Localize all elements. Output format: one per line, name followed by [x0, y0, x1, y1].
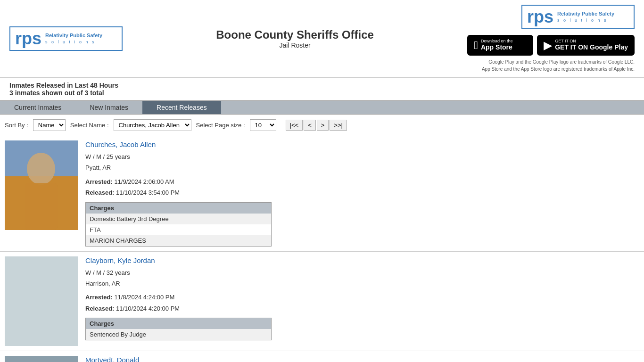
charge-cell: FTA: [86, 224, 272, 235]
google-play-label: GET IT ON Google Play: [555, 43, 628, 51]
charge-row: MARION CHARGES: [86, 235, 272, 247]
inmate-row: Clayborn, Kyle JordanW / M / 32 yearsHar…: [0, 252, 644, 351]
inmate-name: Clayborn, Kyle Jordan: [85, 256, 639, 264]
app-note-line2: App Store and the App Store logo are reg…: [482, 66, 635, 73]
controls-bar: Sort By : Name Select Name : Churches, J…: [0, 115, 644, 136]
logo-text-left: Relativity Public Safety s o l u t i o n…: [45, 32, 102, 45]
sort-by-label: Sort By :: [5, 122, 28, 129]
header-logo-left: rps Relativity Public Safety s o l u t i…: [9, 26, 123, 51]
logo-solutions-right: s o l u t i o n s: [557, 17, 614, 24]
page-size-select[interactable]: 10 25 50 100: [250, 119, 276, 131]
select-name-label: Select Name :: [70, 122, 109, 129]
charges-table: ChargesDomestic Battery 3rd DegreeFTAMAR…: [85, 202, 272, 247]
app-note-line1: Google Play and the Google Play logo are…: [482, 58, 635, 66]
inmate-details: W / M / 32 yearsHarrison, AR: [85, 267, 639, 289]
svg-point-1: [27, 153, 55, 185]
app-store-text: Download on the App Store: [481, 39, 513, 51]
page-subtitle: Jail Roster: [216, 41, 374, 49]
app-note: Google Play and the Google Play logo are…: [482, 58, 635, 73]
select-name-dropdown[interactable]: Churches, Jacob Allen Clayborn, Kyle Jor…: [114, 119, 191, 131]
inmate-dates: Arrested: 11/8/2024 4:24:00 PMReleased: …: [85, 292, 639, 314]
inmate-name: Mortvedt, Donald: [85, 356, 639, 362]
charges-table: ChargesSentenced By Judge: [85, 318, 272, 340]
charge-row: Sentenced By Judge: [86, 329, 272, 340]
google-play-button[interactable]: ▶ GET IT ON GET IT ON Google Play: [537, 35, 635, 56]
logo-rps-right: rps: [527, 8, 553, 25]
inmate-info: Mortvedt, DonaldW / M / 42 yearsMarshall…: [85, 356, 639, 362]
logo-line1-left: Relativity Public Safety: [45, 32, 102, 39]
google-play-text: GET IT ON GET IT ON Google Play: [555, 39, 628, 51]
svg-rect-2: [25, 183, 58, 230]
page-title: Boone County Sheriffs Office: [216, 28, 374, 41]
sort-by-select[interactable]: Name: [33, 119, 66, 131]
app-store-button[interactable]:  Download on the App Store: [467, 35, 533, 56]
svg-rect-3: [5, 356, 78, 362]
info-bar: Inmates Released in Last 48 Hours 3 inma…: [0, 78, 644, 100]
inmate-photo: [5, 356, 78, 362]
app-store-label: App Store: [481, 43, 513, 51]
nav-prev-button[interactable]: <: [304, 120, 316, 131]
page-header: rps Relativity Public Safety s o l u t i…: [0, 0, 644, 78]
nav-next-button[interactable]: >: [317, 120, 329, 131]
logo-box-right: rps Relativity Public Safety s o l u t i…: [521, 5, 635, 29]
inmate-name: Churches, Jacob Allen: [85, 140, 639, 148]
google-get-it-label: GET IT ON: [555, 39, 628, 43]
logo-rps-left: rps: [15, 30, 41, 47]
tabs-bar: Current Inmates New Inmates Recent Relea…: [0, 100, 644, 115]
inmate-photo: [5, 140, 78, 230]
charges-header-cell: Charges: [86, 318, 272, 329]
tab-new-inmates[interactable]: New Inmates: [75, 101, 142, 114]
logo-text-right: Relativity Public Safety s o l u t i o n…: [557, 10, 614, 24]
charge-cell: Sentenced By Judge: [86, 329, 272, 340]
logo-box-left: rps Relativity Public Safety s o l u t i…: [9, 26, 123, 51]
google-play-icon: ▶: [544, 39, 552, 52]
inmate-info: Clayborn, Kyle JordanW / M / 32 yearsHar…: [85, 256, 639, 341]
inmate-details: W / M / 25 yearsPyatt, AR: [85, 151, 639, 173]
logo-line1-right: Relativity Public Safety: [557, 10, 614, 17]
inmate-info: Churches, Jacob AllenW / M / 25 yearsPya…: [85, 140, 639, 247]
inmate-row: Churches, Jacob AllenW / M / 25 yearsPya…: [0, 136, 644, 252]
charge-row: FTA: [86, 224, 272, 235]
nav-first-button[interactable]: |<<: [286, 120, 303, 131]
charges-header-cell: Charges: [86, 202, 272, 214]
inmate-list: Churches, Jacob AllenW / M / 25 yearsPya…: [0, 136, 644, 362]
charges-header-row: Charges: [86, 202, 272, 214]
header-center: Boone County Sheriffs Office Jail Roster: [216, 28, 374, 49]
app-store-download-label: Download on the: [481, 39, 513, 43]
logo-solutions-left: s o l u t i o n s: [45, 39, 102, 45]
apple-icon: : [474, 39, 478, 52]
charge-row: Domestic Battery 3rd Degree: [86, 214, 272, 224]
pagination-nav: |<< < > >>|: [286, 120, 347, 131]
app-buttons:  Download on the App Store ▶ GET IT ON …: [467, 35, 635, 56]
released-count: 3 inmates shown out of 3 total: [9, 89, 635, 97]
charges-header-row: Charges: [86, 318, 272, 329]
charge-cell: MARION CHARGES: [86, 235, 272, 247]
tab-current-inmates[interactable]: Current Inmates: [0, 101, 75, 114]
inmate-row: Mortvedt, DonaldW / M / 42 yearsMarshall…: [0, 351, 644, 362]
charge-cell: Domestic Battery 3rd Degree: [86, 214, 272, 224]
inmate-photo: [5, 256, 78, 346]
page-size-label: Select Page size :: [196, 122, 245, 129]
header-right: rps Relativity Public Safety s o l u t i…: [467, 5, 635, 73]
released-title: Inmates Released in Last 48 Hours: [9, 82, 635, 89]
inmate-dates: Arrested: 11/9/2024 2:06:00 AMReleased: …: [85, 176, 639, 198]
nav-last-button[interactable]: >>|: [330, 120, 347, 131]
tab-recent-releases[interactable]: Recent Releases: [142, 101, 221, 114]
